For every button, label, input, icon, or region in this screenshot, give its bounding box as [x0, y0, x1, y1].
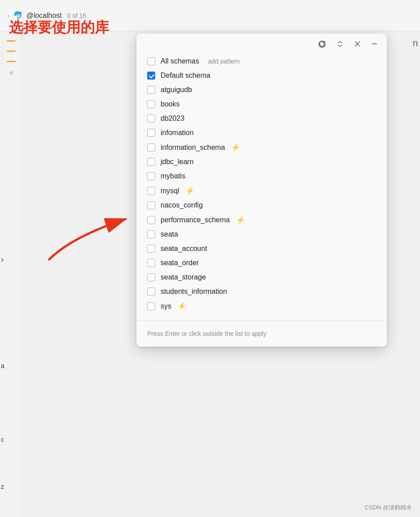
schema-label-infomation: infomation — [161, 129, 194, 137]
watermark: CSDN @淡鹤精水 — [365, 504, 412, 512]
schema-item-seata[interactable]: seata — [136, 227, 387, 242]
schema-item-seata_storage[interactable]: seata_storage — [136, 270, 387, 284]
schema-label-information_schema: information_schema — [161, 144, 225, 152]
schema-label-nacos_config: nacos_config — [161, 201, 203, 209]
edge-text-z: z — [1, 483, 4, 490]
popup-header — [136, 34, 387, 52]
schema-label-seata_account: seata_account — [161, 245, 207, 253]
checkbox-sys[interactable] — [147, 302, 155, 310]
checkbox-db2023[interactable] — [147, 114, 155, 123]
schema-item-seata_order[interactable]: seata_order — [136, 256, 387, 270]
checkbox-default-schema[interactable] — [147, 72, 155, 80]
schema-item-mysql[interactable]: mysql⚡ — [136, 183, 387, 198]
footer-hint: Press Enter or click outside the list to… — [147, 330, 267, 337]
edge-text-n: n — [413, 38, 418, 48]
schema-item-information_schema[interactable]: information_schema⚡ — [136, 140, 387, 155]
schema-label-seata_order: seata_order — [161, 259, 199, 267]
checkbox-books[interactable] — [147, 100, 155, 108]
collapse-button[interactable] — [334, 39, 346, 49]
schema-badge-mysql: ⚡ — [186, 186, 195, 195]
sidebar-bar-3 — [7, 61, 16, 62]
checkbox-seata_account[interactable] — [147, 245, 155, 253]
schema-badge-sys: ⚡ — [178, 302, 187, 310]
annotation-arrow — [36, 192, 152, 264]
schema-label-all-schemas: All schemas — [161, 57, 199, 65]
annotation-text: 选择要使用的库 — [9, 18, 109, 38]
schema-item-atguigudb[interactable]: atguigudb — [136, 83, 387, 97]
sidebar-bar-1 — [7, 40, 16, 42]
schema-label-jdbc_learn: jdbc_learn — [161, 158, 194, 166]
popup-footer: Press Enter or click outside the list to… — [136, 321, 387, 347]
schema-label-performance_schema: performance_schema — [161, 216, 230, 224]
close-button[interactable] — [352, 39, 363, 48]
minimize-button[interactable] — [369, 39, 380, 48]
left-sidebar — [0, 31, 22, 517]
schema-item-mybatis[interactable]: mybatis — [136, 169, 387, 183]
schema-label-books: books — [161, 100, 180, 108]
schema-item-db2023[interactable]: db2023 — [136, 111, 387, 126]
checkbox-infomation[interactable] — [147, 129, 155, 137]
checkbox-atguigudb[interactable] — [147, 86, 155, 94]
schema-item-all-schemas[interactable]: All schemasadd pattern — [136, 54, 387, 68]
schema-item-jdbc_learn[interactable]: jdbc_learn — [136, 155, 387, 169]
schema-label-sys: sys — [161, 302, 171, 310]
edge-text-a: a — [1, 362, 4, 369]
schema-label-mysql: mysql — [161, 187, 179, 195]
checkbox-seata_storage[interactable] — [147, 273, 155, 281]
schema-item-default-schema[interactable]: Default schema — [136, 68, 387, 83]
checkbox-all-schemas[interactable] — [147, 57, 155, 65]
schema-badge-performance_schema: ⚡ — [236, 216, 245, 224]
checkbox-mybatis[interactable] — [147, 172, 155, 180]
checkbox-information_schema[interactable] — [147, 144, 155, 152]
checkbox-students_information[interactable] — [147, 288, 155, 296]
schema-item-seata_account[interactable]: seata_account — [136, 242, 387, 256]
edge-text-c: c — [1, 436, 4, 443]
checkbox-seata[interactable] — [147, 230, 155, 238]
schema-label-db2023: db2023 — [161, 114, 184, 123]
schema-label-students_information: students_information — [161, 288, 227, 296]
schema-label-mybatis: mybatis — [161, 172, 185, 180]
checkbox-performance_schema[interactable] — [147, 216, 155, 224]
sidebar-bar-2 — [7, 51, 16, 52]
schema-item-nacos_config[interactable]: nacos_config — [136, 198, 387, 212]
schema-item-performance_schema[interactable]: performance_schema⚡ — [136, 212, 387, 227]
checkbox-jdbc_learn[interactable] — [147, 158, 155, 166]
schema-item-sys[interactable]: sys⚡ — [136, 299, 387, 314]
schema-label-seata_storage: seata_storage — [161, 273, 206, 281]
schema-item-infomation[interactable]: infomation — [136, 126, 387, 140]
add-pattern-label[interactable]: add pattern — [208, 58, 240, 65]
schema-item-books[interactable]: books — [136, 97, 387, 111]
sidebar-dot-1 — [9, 71, 13, 75]
schema-label-seata: seata — [161, 230, 178, 238]
schema-badge-information_schema: ⚡ — [231, 143, 240, 152]
edge-text-chevron: › — [1, 255, 4, 264]
schema-picker-popup: All schemasadd patternDefault schemaatgu… — [136, 34, 387, 347]
schema-label-atguigudb: atguigudb — [161, 86, 192, 94]
checkbox-mysql[interactable] — [147, 187, 155, 195]
refresh-button[interactable] — [316, 39, 328, 49]
checkbox-seata_order[interactable] — [147, 259, 155, 267]
schema-list: All schemasadd patternDefault schemaatgu… — [136, 52, 387, 321]
checkbox-nacos_config[interactable] — [147, 201, 155, 209]
schema-label-default-schema: Default schema — [161, 72, 210, 80]
schema-item-students_information[interactable]: students_information — [136, 284, 387, 299]
